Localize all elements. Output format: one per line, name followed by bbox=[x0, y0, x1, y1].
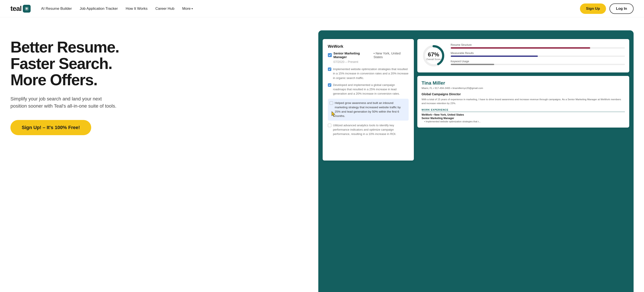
hero-section: Better Resume. Faster Search. More Offer… bbox=[0, 17, 644, 292]
cursor-icon bbox=[331, 111, 336, 118]
score-bars: Resume Structure Measurable Results bbox=[451, 43, 625, 68]
bullet-text-3: Helped grow awareness and built an inbou… bbox=[335, 101, 406, 118]
score-circle-wrap: 67% Overall Score Resume Structure bbox=[422, 43, 625, 68]
navigation: teal AI Resume Builder Job Application T… bbox=[0, 0, 644, 17]
nav-career-hub[interactable]: Career Hub bbox=[155, 6, 174, 11]
nav-links: AI Resume Builder Job Application Tracke… bbox=[41, 6, 580, 11]
logo-icon bbox=[23, 5, 30, 12]
bullet-check-1 bbox=[328, 67, 331, 71]
bullet-item-1: Implemented website optimization strateg… bbox=[328, 67, 409, 80]
bullet-text-4: Utilized advanced analytics tools to ide… bbox=[333, 123, 409, 136]
bullet-item-3: Helped grow awareness and built an inbou… bbox=[328, 99, 409, 121]
cta-button[interactable]: Sign Up! – It's 100% Free! bbox=[10, 120, 91, 135]
job-location: • New York, United States bbox=[374, 51, 408, 59]
job-dates: 07/2020 – Present bbox=[334, 60, 409, 63]
bullet-check-2 bbox=[328, 83, 331, 87]
bullet-check-3 bbox=[330, 101, 333, 105]
bullet-item-2: Developed and implemented a global campa… bbox=[328, 83, 409, 96]
bar-track-1 bbox=[451, 47, 625, 49]
nav-more[interactable]: More ▾ bbox=[182, 6, 193, 11]
login-button[interactable]: Log In bbox=[610, 3, 634, 14]
resume-editor-panel: WeWork Senior Marketing Manager • New Yo… bbox=[323, 39, 414, 161]
demo-container: WeWork Senior Marketing Manager • New Yo… bbox=[318, 30, 634, 292]
chevron-down-icon: ▾ bbox=[192, 7, 193, 10]
bullet-text-1: Implemented website optimization strateg… bbox=[333, 67, 409, 80]
score-number: 67% Overall Score bbox=[426, 51, 441, 60]
hero-subtext: Simplify your job search and land your n… bbox=[10, 95, 119, 110]
nav-job-tracker[interactable]: Job Application Tracker bbox=[80, 6, 118, 11]
score-bar-keyword: Keyword Usage bbox=[451, 60, 625, 65]
bar-fill-3 bbox=[451, 64, 494, 65]
resume-preview-contact: Miami, FL • 917-494-3465 • tinamillernyc… bbox=[422, 87, 625, 89]
nav-actions: Sign Up Log In bbox=[580, 3, 634, 14]
job-checked-icon bbox=[328, 53, 332, 57]
bar-track-3 bbox=[451, 64, 625, 65]
demo-inner: WeWork Senior Marketing Manager • New Yo… bbox=[318, 35, 634, 165]
company-name: WeWork bbox=[328, 44, 409, 49]
resume-preview-section-label: WORK EXPERIENCE bbox=[422, 108, 625, 112]
resume-preview-summary: With a total of 15 years of experience i… bbox=[422, 98, 625, 105]
signup-button[interactable]: Sign Up bbox=[580, 3, 606, 14]
bar-fill-2 bbox=[451, 55, 538, 57]
nav-how-it-works[interactable]: How It Works bbox=[126, 6, 148, 11]
bar-fill-1 bbox=[451, 47, 590, 49]
score-panel: 67% Overall Score Resume Structure bbox=[417, 39, 629, 161]
logo-text: teal bbox=[10, 4, 22, 12]
job-title: Senior Marketing Manager bbox=[334, 51, 372, 59]
hero-right: WeWork Senior Marketing Manager • New Yo… bbox=[310, 30, 634, 292]
hero-left: Better Resume. Faster Search. More Offer… bbox=[10, 30, 310, 292]
score-bar-resume-structure: Resume Structure bbox=[451, 43, 625, 49]
score-bar-measurable: Measurable Results bbox=[451, 52, 625, 57]
nav-ai-resume[interactable]: AI Resume Builder bbox=[41, 6, 72, 11]
resume-preview-panel: Tina Miller Miami, FL • 917-494-3465 • t… bbox=[417, 76, 629, 128]
hero-headline: Better Resume. Faster Search. More Offer… bbox=[10, 39, 310, 88]
bar-track-2 bbox=[451, 55, 625, 57]
bullet-item-4: Utilized advanced analytics tools to ide… bbox=[328, 123, 409, 136]
logo[interactable]: teal bbox=[10, 4, 30, 12]
bullet-text-2: Developed and implemented a global campa… bbox=[333, 83, 409, 96]
job-title-row: Senior Marketing Manager • New York, Uni… bbox=[328, 51, 409, 59]
score-circle: 67% Overall Score bbox=[422, 44, 446, 68]
resume-preview-jobtitle: Global Campaigns Director bbox=[422, 92, 625, 96]
resume-preview-company: WeWork • New York, United States bbox=[422, 113, 625, 116]
resume-preview-name: Tina Miller bbox=[422, 80, 625, 86]
resume-preview-bullet: Implemented website optimization strateg… bbox=[424, 120, 625, 123]
score-card: 67% Overall Score Resume Structure bbox=[417, 39, 629, 72]
bullet-check-4 bbox=[328, 124, 331, 127]
resume-preview-role: Senior Marketing Manager bbox=[422, 117, 625, 120]
